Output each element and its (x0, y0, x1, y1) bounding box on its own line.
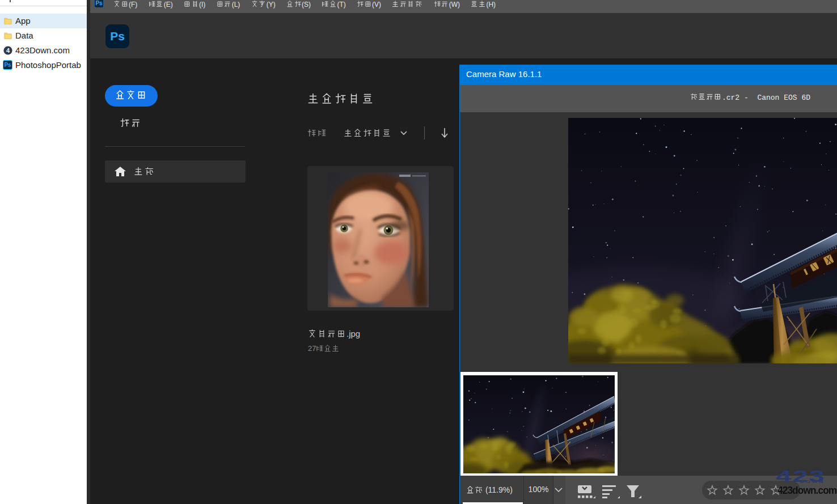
svg-text:4: 4 (6, 47, 10, 54)
